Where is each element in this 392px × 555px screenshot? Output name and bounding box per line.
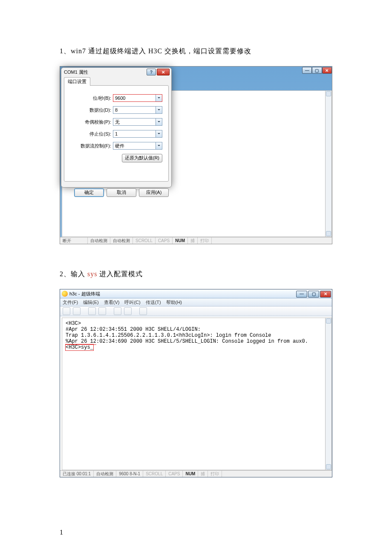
databits-select[interactable]: 8 (113, 106, 162, 114)
send-icon[interactable] (114, 307, 121, 315)
receive-icon[interactable] (124, 307, 132, 315)
stopbits-select[interactable]: 1 (113, 130, 162, 138)
menu-file[interactable]: 文件(F) (63, 299, 78, 306)
chevron-down-icon (156, 130, 162, 137)
menu-edit[interactable]: 编辑(E) (83, 299, 99, 306)
close-button[interactable]: ✕ (320, 291, 331, 298)
window-title: h3c - 超级终端 (69, 291, 100, 297)
baud-select[interactable]: 9600 (113, 94, 162, 102)
status-scroll: SCROLL (143, 471, 166, 477)
chevron-down-icon (156, 119, 162, 125)
screenshot-com-properties: — ▢ ✕ COM1 属性 ? ✕ 端口设置 位/秒(B): (60, 66, 332, 244)
step-2-text: 2、输入 sys 进入配置模式 (60, 270, 332, 279)
chevron-down-icon (156, 107, 162, 113)
menu-transfer[interactable]: 传送(T) (146, 299, 161, 306)
status-print: 打印 (208, 471, 222, 477)
dialog-close-button[interactable]: ✕ (157, 69, 170, 75)
menu-call[interactable]: 呼叫(C) (124, 299, 140, 306)
status-print: 打印 (198, 237, 212, 244)
databits-label: 数据位(D): (70, 107, 113, 113)
parity-label: 奇偶校验(P): (70, 119, 113, 125)
scroll-up-icon[interactable] (326, 91, 331, 96)
page-number: 1 (0, 529, 392, 536)
status-port: 9600 8-N-1 (116, 471, 143, 477)
step-1-text: 1、win7 通过超级终端进入 H3C 交换机，端口设置需要修改 (60, 47, 332, 56)
cancel-button[interactable]: 取消 (107, 188, 136, 197)
chevron-down-icon (156, 142, 162, 149)
maximize-button[interactable]: ▢ (308, 291, 319, 298)
restore-defaults-button[interactable]: 还原为默认值(R) (122, 154, 162, 162)
ok-button[interactable]: 确定 (74, 188, 104, 197)
new-icon[interactable] (63, 307, 70, 315)
statusbar-2: 已连接 00:01:1 自动检测 9600 8-N-1 SCROLL CAPS … (60, 470, 332, 477)
status-num: NUM (183, 471, 198, 477)
apply-button[interactable]: 应用(A) (139, 188, 169, 197)
com1-properties-dialog: COM1 属性 ? ✕ 端口设置 位/秒(B): 9600 数据位(D): 8 (61, 67, 172, 188)
flowcontrol-select[interactable]: 硬件 (113, 142, 162, 150)
status-connection: 断开 (60, 237, 88, 244)
minimize-button[interactable]: — (296, 291, 307, 298)
screenshot-h3c-terminal: h3c - 超级终端 — ▢ ✕ 文件(F) 编辑(E) 查看(V) 呼叫(C)… (60, 289, 332, 477)
statusbar-1: 断开 自动检测 自动检测 SCROLL CAPS NUM 捕 打印 (60, 237, 332, 244)
status-caps: CAPS (156, 237, 173, 244)
status-capture: 捕 (188, 237, 198, 244)
tab-port-settings[interactable]: 端口设置 (64, 77, 90, 86)
connect-icon[interactable] (88, 307, 96, 315)
scroll-down-icon[interactable] (326, 464, 331, 469)
status-num: NUM (173, 237, 188, 244)
status-caps: CAPS (166, 471, 183, 477)
status-capture: 捕 (198, 471, 208, 477)
bg-close-button[interactable]: ✕ (322, 67, 332, 74)
dialog-help-button[interactable]: ? (147, 69, 156, 75)
dialog-title: COM1 属性 (64, 69, 88, 75)
baud-label: 位/秒(B): (70, 95, 113, 101)
menu-view[interactable]: 查看(V) (104, 299, 120, 306)
status-detect1: 自动检测 (88, 237, 110, 244)
bg-minimize-button[interactable]: — (302, 67, 312, 74)
terminal-output: <H3C> #Apr 26 12:02:34:551 2000 H3C SHEL… (62, 318, 326, 470)
status-detect: 自动检测 (94, 471, 116, 477)
status-scroll: SCROLL (133, 237, 156, 244)
open-icon[interactable] (73, 307, 81, 315)
bg-maximize-button[interactable]: ▢ (312, 67, 322, 74)
scroll-up-icon[interactable] (326, 318, 331, 324)
parity-select[interactable]: 无 (113, 118, 162, 126)
flowcontrol-label: 数据流控制(F): (70, 143, 113, 149)
status-detect2: 自动检测 (110, 237, 133, 244)
properties-icon[interactable] (139, 307, 147, 315)
stopbits-label: 停止位(S): (70, 131, 113, 137)
chevron-down-icon (156, 95, 162, 101)
scroll-down-icon[interactable] (326, 231, 331, 236)
hyperterm-icon (62, 291, 68, 297)
menu-help[interactable]: 帮助(H) (166, 299, 182, 306)
disconnect-icon[interactable] (98, 307, 106, 315)
status-connection: 已连接 00:01:1 (60, 471, 94, 477)
